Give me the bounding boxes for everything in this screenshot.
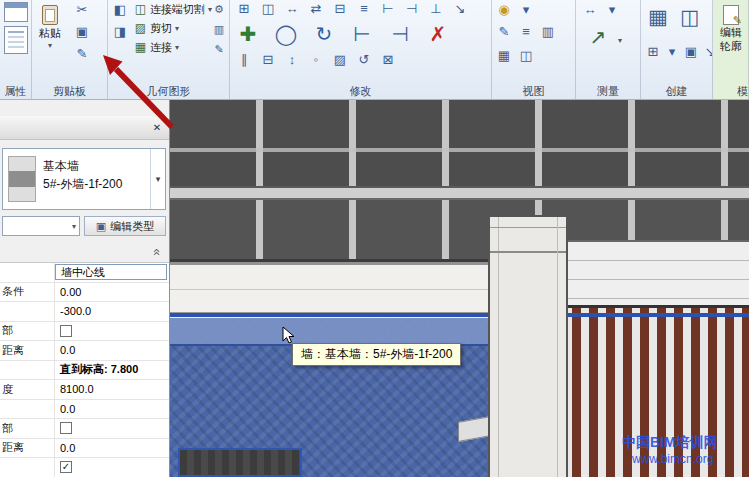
close-icon[interactable]: ✕	[149, 120, 165, 136]
modify-tool-icon[interactable]: ↔	[284, 1, 300, 17]
collapse-chevron-icon[interactable]: «	[150, 248, 162, 255]
type-properties-icon[interactable]	[4, 2, 28, 22]
geometry-tool-icon[interactable]: ✎	[212, 42, 226, 56]
property-row: 距离 0.0	[0, 439, 169, 459]
edit-profile-button[interactable]: ✎ 编辑 轮廓	[715, 2, 747, 68]
view-tool-icon[interactable]: ◉	[496, 2, 512, 18]
property-value[interactable]: 0.0	[55, 341, 169, 360]
revit-window: 属性 粘贴 ▾ ✂▣✎ 剪贴板 ◧◨ ◫ 连接端切割 ▾	[0, 0, 749, 477]
modify-tool-icon[interactable]: ⊣	[388, 20, 412, 48]
geometry-tool-icon[interactable]: ◧	[112, 2, 128, 18]
join-geometry-button[interactable]: ▦ 连接 ▾	[134, 38, 179, 56]
modify-tool-icon[interactable]: ↻	[312, 20, 336, 48]
modify-tool-icon[interactable]: ▨	[332, 52, 348, 68]
modify-tool-icon[interactable]: ↕	[284, 52, 300, 68]
modify-tool-icon[interactable]: ⊣	[404, 1, 420, 17]
modify-tool-icon[interactable]: ⊠	[380, 52, 396, 68]
modify-tool-icon[interactable]: ↘	[452, 1, 468, 17]
edit-profile-icon: ✎	[723, 5, 739, 25]
view-tool-icon[interactable]: ≡	[518, 24, 534, 40]
geometry-left-tools: ◧◨	[112, 2, 128, 40]
view-tool-icon[interactable]: ▾	[518, 2, 534, 18]
geometry-tool-icon[interactable]: ◨	[112, 24, 128, 40]
modify-tool-icon[interactable]: ◫	[260, 1, 276, 17]
modify-tool-icon[interactable]: ↺	[356, 52, 372, 68]
property-value[interactable]: -300.0	[55, 302, 169, 321]
property-value[interactable]: 0.0	[55, 439, 169, 458]
property-value[interactable]: 0.00	[55, 283, 169, 302]
view-tool-icon[interactable]: ▦	[496, 48, 512, 64]
create-tool-icon[interactable]: ◫	[677, 3, 703, 31]
modify-tool-icon[interactable]: ⇄	[308, 1, 324, 17]
create-tool-icon[interactable]: ⊞	[645, 44, 661, 60]
chevron-down-icon[interactable]: ▾	[48, 41, 52, 50]
modify-tool-icon[interactable]: ◦	[308, 52, 324, 68]
property-row: 直到标高: 7.800	[0, 361, 169, 381]
clipboard-tool-icon[interactable]: ✂	[74, 2, 90, 18]
paste-icon	[42, 5, 58, 25]
modify-tools-top: ⊞◫↔⇄⊟≡⊢⊣⊥↘	[236, 1, 468, 17]
type-name: 5#-外墙-1f-200	[43, 176, 122, 193]
cut-geometry-button[interactable]: ▨ 剪切 ▾	[134, 19, 179, 37]
view-tool-icon[interactable]: ✎	[496, 24, 512, 40]
modify-tool-icon[interactable]: ⊢	[380, 1, 396, 17]
clipboard-tool-icon[interactable]: ✎	[74, 46, 90, 62]
geometry-right-tools: ⚙▥✎	[212, 2, 226, 56]
checkbox[interactable]	[60, 422, 72, 434]
wall-type-thumbnail	[8, 156, 36, 202]
create-tool-icon[interactable]: ▾	[664, 44, 680, 60]
chevron-down-icon[interactable]: ▾	[618, 36, 622, 45]
top-constraint-value[interactable]: 直到标高: 7.800	[55, 361, 169, 380]
measure-tool-icon[interactable]: ▾	[604, 2, 620, 18]
location-line-value[interactable]: 墙中心线	[55, 264, 167, 280]
geometry-tool-icon[interactable]: ▥	[212, 22, 226, 36]
type-selector[interactable]: 基本墙 5#-外墙-1f-200 ▾	[2, 148, 166, 210]
create-tool-icon[interactable]: ↘	[702, 44, 713, 60]
ribbon-panel-clipboard: 粘贴 ▾ ✂▣✎ 剪贴板	[32, 0, 108, 99]
panel-label-clipboard: 剪贴板	[32, 84, 107, 99]
palette-titlebar[interactable]: ✕	[0, 116, 169, 140]
modify-tool-icon[interactable]: ✗	[426, 20, 450, 48]
clipboard-tool-icon[interactable]: ▣	[74, 24, 90, 40]
edit-type-button[interactable]: ▣ 编辑类型	[84, 216, 166, 236]
measure-diagonal-icon[interactable]: ↗	[586, 24, 610, 50]
panel-label-view: 视图	[492, 84, 575, 99]
mouse-cursor	[282, 326, 296, 346]
pencil-icon: ✎	[733, 14, 742, 27]
filter-combobox[interactable]: ▾	[2, 216, 80, 236]
view-tool-icon[interactable]: ◫	[518, 48, 534, 64]
create-tool-icon[interactable]: ▦	[645, 3, 671, 31]
property-value[interactable]: 8100.0	[55, 380, 169, 399]
chevron-down-icon: ▾	[175, 24, 179, 33]
create-tools-big: ▦◫	[645, 3, 703, 31]
watermark-title: 中国BIM培训网	[622, 434, 718, 452]
modify-tool-icon[interactable]: ⊟	[332, 1, 348, 17]
checkbox-checked[interactable]: ✓	[60, 461, 72, 473]
modify-tool-icon[interactable]: ⊢	[350, 20, 374, 48]
geometry-tool-icon[interactable]: ⚙	[212, 2, 226, 16]
panel-label-properties: 属性	[0, 84, 31, 99]
checkbox[interactable]	[60, 325, 72, 337]
modify-tool-icon[interactable]: ⊞	[236, 1, 252, 17]
chevron-down-icon: ▾	[175, 43, 179, 52]
modify-tool-icon[interactable]: ∥	[236, 52, 252, 68]
properties-palette-icon[interactable]	[4, 26, 28, 54]
curtain-wall-upper	[170, 100, 749, 186]
chevron-down-icon[interactable]: ▾	[150, 149, 165, 209]
modify-tool-icon[interactable]: ✚	[236, 20, 260, 48]
properties-palette: ✕ 基本墙 5#-外墙-1f-200 ▾ ▾ ▣ 编辑类型 « 墙中心线 条件 …	[0, 100, 170, 477]
create-tools-small: ⊞▾▣↘	[645, 44, 713, 60]
modify-tool-icon[interactable]: ⊥	[428, 1, 444, 17]
modify-tool-icon[interactable]: ≡	[356, 1, 372, 17]
join-geometry-icon: ▦	[134, 40, 147, 54]
modify-tool-icon[interactable]: ⊟	[260, 52, 276, 68]
modify-tool-icon[interactable]: ◯	[274, 20, 298, 48]
measure-tool-icon[interactable]: ↔	[582, 2, 598, 18]
paste-button[interactable]: 粘贴 ▾	[35, 0, 65, 66]
join-end-cut-button[interactable]: ◫ 连接端切割 ▾	[134, 0, 212, 18]
property-value[interactable]: 0.0	[55, 400, 169, 419]
create-tool-icon[interactable]: ▣	[683, 44, 699, 60]
view-tool-icon[interactable]: ▥	[540, 24, 556, 40]
3d-viewport[interactable]: 墙：基本墙：5#-外墙-1f-200 中国BIM培训网 www.bimcn.or…	[170, 100, 749, 477]
property-row: 度 8100.0	[0, 380, 169, 400]
